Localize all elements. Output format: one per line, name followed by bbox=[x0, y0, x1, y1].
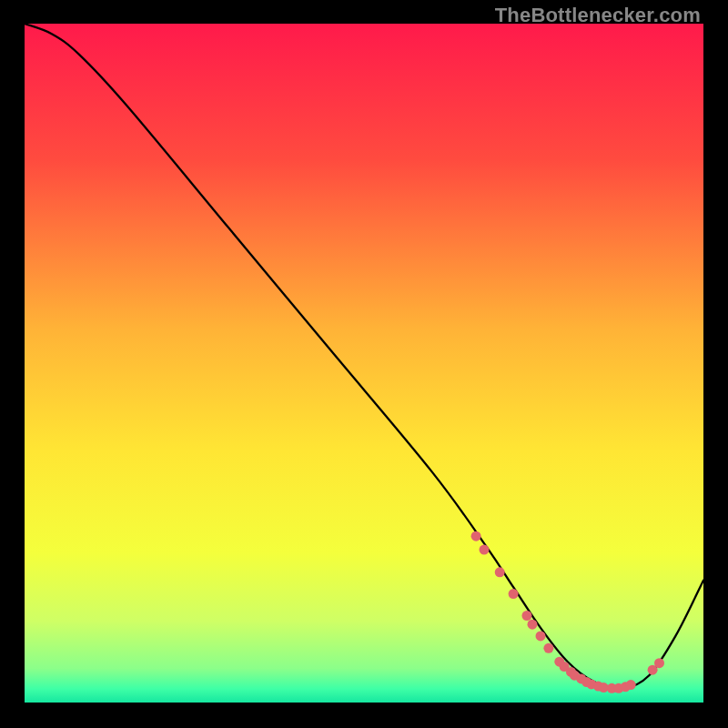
data-marker bbox=[654, 658, 664, 668]
chart-svg bbox=[25, 24, 703, 703]
data-marker bbox=[536, 631, 546, 641]
data-marker bbox=[626, 680, 636, 690]
data-marker bbox=[495, 567, 505, 577]
data-marker bbox=[509, 589, 519, 599]
data-marker bbox=[522, 611, 532, 621]
data-marker bbox=[543, 643, 553, 653]
gradient-background bbox=[25, 24, 703, 703]
data-marker bbox=[528, 620, 538, 630]
data-marker bbox=[471, 531, 481, 541]
data-marker bbox=[480, 545, 490, 555]
chart-plot-area bbox=[25, 24, 703, 703]
